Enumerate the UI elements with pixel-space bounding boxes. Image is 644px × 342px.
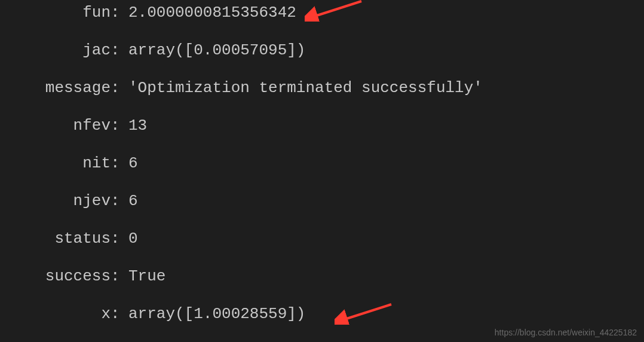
colon: : [111, 152, 128, 175]
result-value: array([1.00028559]) [128, 303, 305, 326]
result-row-nfev: nfev: 13 [0, 114, 644, 138]
svg-line-3 [343, 304, 391, 320]
colon: : [111, 39, 128, 62]
result-value: 0 [128, 227, 138, 251]
result-value: 13 [128, 114, 147, 138]
result-value: 2.0000000815356342 [128, 1, 296, 25]
result-value: 6 [128, 190, 138, 213]
arrow-annotation-icon [305, 0, 364, 22]
result-key: njev [0, 190, 111, 213]
colon: : [111, 190, 128, 213]
optimization-result-output: fun: 2.0000000815356342 jac: array([0.00… [0, 0, 644, 326]
result-value: True [128, 265, 165, 288]
result-row-jac: jac: array([0.00057095]) [0, 39, 644, 62]
result-key: message [0, 77, 111, 100]
result-key: nit [0, 152, 111, 175]
colon: : [111, 77, 128, 100]
result-value: 'Optimization terminated successfully' [128, 77, 483, 100]
result-row-njev: njev: 6 [0, 190, 644, 213]
result-key: nfev [0, 114, 111, 138]
result-value: 6 [128, 152, 138, 175]
result-key: fun [0, 1, 111, 25]
svg-line-1 [313, 1, 361, 17]
result-row-status: status: 0 [0, 227, 644, 251]
result-key: status [0, 227, 111, 251]
result-row-x: x: array([1.00028559]) [0, 303, 644, 326]
colon: : [111, 1, 128, 25]
result-key: success [0, 265, 111, 288]
colon: : [111, 303, 128, 326]
result-row-nit: nit: 6 [0, 152, 644, 175]
colon: : [111, 227, 128, 251]
colon: : [111, 265, 128, 288]
result-row-success: success: True [0, 265, 644, 288]
arrow-annotation-icon [335, 302, 394, 325]
watermark-text: https://blog.csdn.net/weixin_44225182 [495, 328, 637, 337]
result-key: x [0, 303, 111, 326]
result-row-message: message: 'Optimization terminated succes… [0, 77, 644, 100]
colon: : [111, 114, 128, 138]
result-key: jac [0, 39, 111, 62]
result-value: array([0.00057095]) [128, 39, 305, 62]
